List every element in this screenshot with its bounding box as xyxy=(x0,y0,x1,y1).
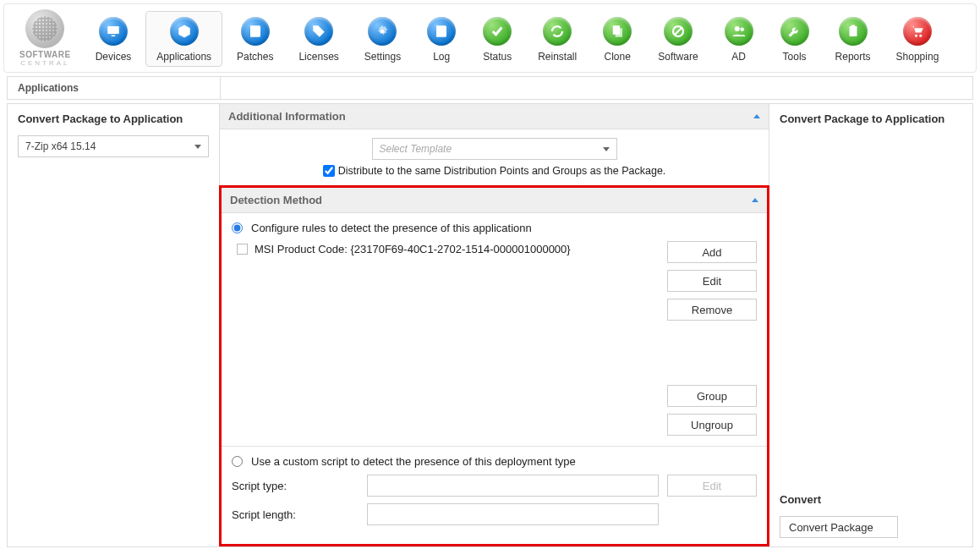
script-type-input[interactable] xyxy=(367,475,659,497)
status-icon xyxy=(483,17,512,46)
toolbar-devices[interactable]: Devices xyxy=(85,11,143,67)
logo-icon xyxy=(25,9,64,48)
toolbar-settings[interactable]: Settings xyxy=(353,11,412,67)
toolbar-tools[interactable]: Tools xyxy=(769,11,821,67)
toolbar-log[interactable]: Log xyxy=(415,11,468,67)
script-radio[interactable] xyxy=(232,456,243,467)
log-icon xyxy=(427,17,456,46)
logo-brand: SOFTWARE xyxy=(19,50,71,59)
remove-button[interactable]: Remove xyxy=(667,299,757,321)
right-panel: Convert Package to Application Convert C… xyxy=(769,103,973,547)
logo-sub: CENTRAL xyxy=(20,59,69,67)
software-icon xyxy=(664,17,693,46)
toolbar-shopping[interactable]: Shopping xyxy=(885,11,950,67)
toolbar-label: Tools xyxy=(783,51,807,63)
rules-radio-label: Configure rules to detect the presence o… xyxy=(251,222,532,234)
left-title: Convert Package to Application xyxy=(18,113,209,125)
licenses-icon xyxy=(304,17,333,46)
applications-icon xyxy=(170,17,199,46)
toolbar-applications[interactable]: Applications xyxy=(145,11,222,67)
svg-rect-1 xyxy=(112,36,116,37)
app-logo: SOFTWARE CENTRAL xyxy=(8,9,83,67)
svg-rect-9 xyxy=(851,25,855,28)
add-button[interactable]: Add xyxy=(667,241,757,263)
rule-checkbox[interactable] xyxy=(237,244,248,255)
patches-icon xyxy=(241,17,270,46)
rules-list[interactable]: MSI Product Code: {23170F69-40C1-2702-15… xyxy=(232,241,660,436)
shopping-icon xyxy=(903,17,932,46)
template-placeholder: Select Template xyxy=(380,143,452,155)
collapse-icon xyxy=(752,198,758,202)
toolbar-ad[interactable]: AD xyxy=(713,11,765,67)
toolbar-licenses[interactable]: Licenses xyxy=(287,11,349,67)
detection-method-highlight: Detection Method Configure rules to dete… xyxy=(219,185,769,546)
toolbar-label: Settings xyxy=(364,51,401,63)
breadcrumb: Applications xyxy=(8,77,221,99)
package-select-value: 7-Zip x64 15.14 xyxy=(25,140,96,152)
collapse-icon xyxy=(753,114,760,118)
center-panel: Additional Information Select Template D… xyxy=(220,103,769,547)
script-length-input[interactable] xyxy=(367,503,659,525)
clone-icon xyxy=(603,17,632,46)
convert-title: Convert xyxy=(780,493,962,506)
toolbar-software[interactable]: Software xyxy=(647,11,709,67)
rule-text: MSI Product Code: {23170F69-40C1-2702-15… xyxy=(255,243,571,255)
svg-rect-0 xyxy=(107,26,119,34)
rules-radio[interactable] xyxy=(232,222,243,233)
reports-icon xyxy=(839,17,868,46)
edit-button[interactable]: Edit xyxy=(667,270,757,292)
left-panel: Convert Package to Application 7-Zip x64… xyxy=(7,103,220,547)
reinstall-icon xyxy=(543,17,572,46)
toolbar-label: Applications xyxy=(156,51,211,63)
additional-info-header[interactable]: Additional Information xyxy=(220,104,769,129)
toolbar-reports[interactable]: Reports xyxy=(824,11,882,67)
group-button[interactable]: Group xyxy=(667,385,757,407)
script-length-label: Script length: xyxy=(232,508,359,521)
toolbar-label: Licenses xyxy=(298,51,338,63)
script-radio-label: Use a custom script to detect the presen… xyxy=(251,455,576,468)
svg-point-11 xyxy=(919,35,922,37)
toolbar-label: Devices xyxy=(96,51,132,63)
svg-point-6 xyxy=(734,26,739,31)
ungroup-button[interactable]: Ungroup xyxy=(667,414,757,436)
devices-icon xyxy=(99,17,128,46)
chevron-down-icon xyxy=(603,147,610,151)
rule-item[interactable]: MSI Product Code: {23170F69-40C1-2702-15… xyxy=(232,241,660,257)
script-type-label: Script type: xyxy=(232,480,359,492)
template-select[interactable]: Select Template xyxy=(372,138,617,160)
tools-icon xyxy=(780,17,809,46)
toolbar-label: Clone xyxy=(605,51,631,63)
svg-rect-8 xyxy=(849,26,857,36)
main-toolbar: SOFTWARE CENTRAL DevicesApplicationsPatc… xyxy=(3,3,977,73)
settings-icon xyxy=(368,17,397,46)
svg-point-10 xyxy=(915,35,917,37)
convert-package-button[interactable]: Convert Package xyxy=(780,516,898,538)
toolbar-patches[interactable]: Patches xyxy=(226,11,284,67)
distribute-label: Distribute to the same Distribution Poin… xyxy=(338,165,666,177)
toolbar-label: Reinstall xyxy=(538,51,577,63)
chevron-down-icon xyxy=(194,145,201,149)
breadcrumb-bar: Applications xyxy=(7,76,973,100)
detection-method-header[interactable]: Detection Method xyxy=(222,188,767,213)
toolbar-label: Status xyxy=(483,51,512,63)
distribute-checkbox[interactable] xyxy=(323,165,335,177)
right-title: Convert Package to Application xyxy=(780,113,962,125)
toolbar-label: AD xyxy=(731,51,746,63)
toolbar-reinstall[interactable]: Reinstall xyxy=(527,11,588,67)
ad-icon xyxy=(725,17,753,46)
toolbar-clone[interactable]: Clone xyxy=(591,11,643,67)
toolbar-label: Patches xyxy=(237,51,273,63)
toolbar-label: Software xyxy=(658,51,698,63)
toolbar-status[interactable]: Status xyxy=(471,11,523,67)
toolbar-label: Reports xyxy=(835,51,871,63)
svg-point-7 xyxy=(740,28,744,32)
edit-script-button[interactable]: Edit xyxy=(667,475,757,497)
toolbar-label: Log xyxy=(433,51,450,63)
package-select[interactable]: 7-Zip x64 15.14 xyxy=(18,135,209,157)
svg-rect-4 xyxy=(616,28,622,37)
toolbar-label: Shopping xyxy=(896,51,939,63)
